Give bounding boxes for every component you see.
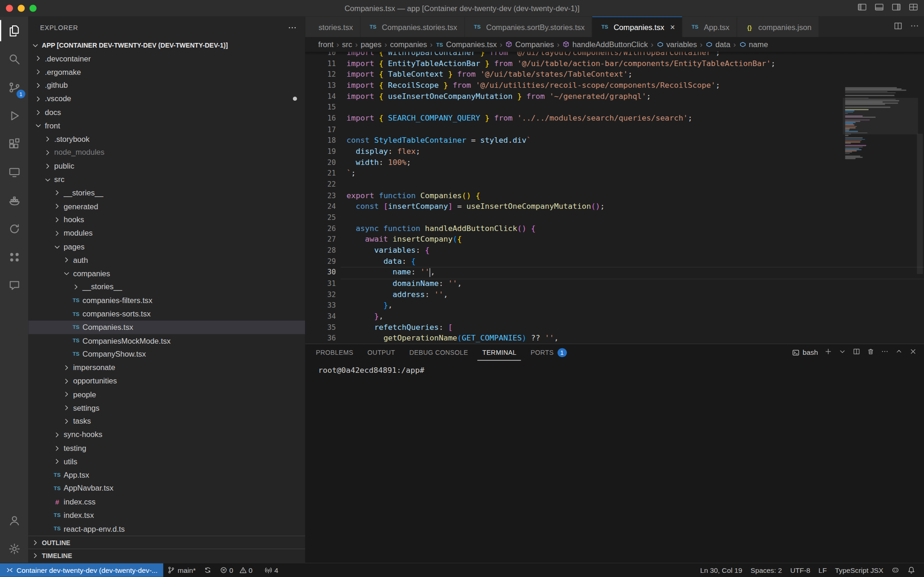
customize-layout-button[interactable] <box>909 2 918 14</box>
tree-folder-.storybook[interactable]: .storybook <box>28 133 305 146</box>
tree-file-CompanyShow.tsx[interactable]: TSCompanyShow.tsx <box>28 347 305 361</box>
tree-folder-docs[interactable]: docs <box>28 106 305 119</box>
toggle-primary-sidebar-button[interactable] <box>857 2 867 14</box>
terminal-shell-selector[interactable]: bash <box>792 348 818 357</box>
editor-scrollbar-thumb[interactable] <box>917 134 923 274</box>
outline-section-header[interactable]: OUTLINE <box>28 535 305 549</box>
more-actions-button[interactable] <box>910 21 919 33</box>
status-git-branch[interactable]: main* <box>164 563 200 577</box>
tree-file-App.tsx[interactable]: TSApp.tsx <box>28 468 305 482</box>
tree-file-index.tsx[interactable]: TSindex.tsx <box>28 509 305 522</box>
toggle-panel-button[interactable] <box>875 2 884 14</box>
split-terminal-button[interactable] <box>853 347 861 358</box>
breadcrumb-item-front[interactable]: front <box>318 40 334 49</box>
breadcrumb-item-src[interactable]: src <box>342 40 352 49</box>
status-notifications[interactable] <box>903 563 919 577</box>
tree-folder-companies[interactable]: companies <box>28 267 305 280</box>
remote-indicator[interactable]: Container dev-twenty-dev (dev-twenty-dev… <box>0 563 164 577</box>
activity-item-accounts[interactable] <box>0 506 28 534</box>
tree-folder-front[interactable]: front <box>28 119 305 133</box>
status-sync-changes[interactable] <box>200 563 216 577</box>
panel-tab-terminal[interactable]: TERMINAL <box>478 344 521 361</box>
breadcrumb-item-handleAddButtonClick[interactable]: handleAddButtonClick <box>562 40 648 49</box>
tree-folder-.ergomake[interactable]: .ergomake <box>28 65 305 79</box>
tree-folder-modules[interactable]: modules <box>28 226 305 240</box>
status-cursor-position[interactable]: Ln 30, Col 19 <box>696 563 747 577</box>
timeline-section-header[interactable]: TIMELINE <box>28 549 305 562</box>
panel-tab-problems[interactable]: PROBLEMS <box>311 344 358 361</box>
activity-item-comments[interactable] <box>0 271 28 299</box>
activity-item-grid-view[interactable] <box>0 243 28 271</box>
activity-item-remote-explorer[interactable] <box>0 158 28 186</box>
status-encoding[interactable]: UTF-8 <box>786 563 814 577</box>
code-editor[interactable]: 10import { WithTopBarContainer } from '@… <box>305 52 924 343</box>
activity-item-source-control[interactable]: 1 <box>0 73 28 101</box>
minimize-window-button[interactable] <box>18 5 24 12</box>
tree-folder-node_modules[interactable]: node_modules <box>28 146 305 159</box>
breadcrumb-item-Companies[interactable]: Companies <box>505 40 554 49</box>
tree-file-AppNavbar.tsx[interactable]: TSAppNavbar.tsx <box>28 482 305 495</box>
breadcrumb-item-variables[interactable]: variables <box>657 40 697 49</box>
tree-file-companies-filters.tsx[interactable]: TScompanies-filters.tsx <box>28 294 305 307</box>
tree-folder-people[interactable]: people <box>28 388 305 401</box>
panel-tab-ports[interactable]: PORTS1 <box>526 344 571 361</box>
close-window-button[interactable] <box>6 5 13 12</box>
breadcrumb-item-name[interactable]: name <box>739 40 768 49</box>
tab-stories.tsx[interactable]: stories.tsx <box>305 17 361 37</box>
tree-folder-__stories__[interactable]: __stories__ <box>28 186 305 200</box>
tree-file-CompaniesMockMode.tsx[interactable]: TSCompaniesMockMode.tsx <box>28 334 305 347</box>
breadcrumb-item-Companies.tsx[interactable]: TSCompanies.tsx <box>436 40 497 49</box>
tree-folder-testing[interactable]: testing <box>28 441 305 455</box>
activity-item-settings[interactable] <box>0 534 28 563</box>
breadcrumb-item-companies[interactable]: companies <box>390 40 427 49</box>
tree-folder-src[interactable]: src <box>28 173 305 186</box>
tree-folder-hooks[interactable]: hooks <box>28 213 305 226</box>
activity-item-run-debug[interactable] <box>0 101 28 129</box>
toggle-secondary-sidebar-button[interactable] <box>892 2 901 14</box>
tab-Companies.stories.tsx[interactable]: TSCompanies.stories.tsx <box>361 17 465 37</box>
tab-Companies.sortBy.stories.tsx[interactable]: TSCompanies.sortBy.stories.tsx <box>465 17 592 37</box>
panel-tab-debug-console[interactable]: DEBUG CONSOLE <box>405 344 473 361</box>
tree-folder-public[interactable]: public <box>28 159 305 173</box>
tree-folder-pages[interactable]: pages <box>28 240 305 253</box>
breadcrumb-item-data[interactable]: data <box>705 40 730 49</box>
maximize-panel-button[interactable] <box>895 347 903 358</box>
status-language-mode[interactable]: TypeScript JSX <box>831 563 887 577</box>
breadcrumb-item-pages[interactable]: pages <box>361 40 382 49</box>
zoom-window-button[interactable] <box>30 5 36 12</box>
close-panel-button[interactable] <box>909 347 917 358</box>
tree-file-Companies.tsx[interactable]: TSCompanies.tsx <box>28 321 305 334</box>
activity-item-search[interactable] <box>0 45 28 73</box>
activity-item-extensions[interactable] <box>0 130 28 158</box>
panel-tab-output[interactable]: OUTPUT <box>363 344 400 361</box>
tree-folder-impersonate[interactable]: impersonate <box>28 361 305 374</box>
tab-companies.json[interactable]: {}companies.json <box>737 17 819 37</box>
kill-terminal-button[interactable] <box>867 347 875 358</box>
status-indentation[interactable]: Spaces: 2 <box>747 563 786 577</box>
tree-folder-sync-hooks[interactable]: sync-hooks <box>28 428 305 441</box>
activity-item-explorer[interactable] <box>0 17 28 45</box>
editor-scrollbar[interactable] <box>916 87 924 344</box>
terminal[interactable]: root@0a42ecd84891:/app# <box>305 361 924 375</box>
tree-file-index.css[interactable]: #index.css <box>28 495 305 509</box>
explorer-more-actions-icon[interactable] <box>287 23 297 32</box>
activity-item-docker[interactable] <box>0 186 28 214</box>
tree-folder-generated[interactable]: generated <box>28 200 305 213</box>
tree-file-react-app-env.d.ts[interactable]: TSreact-app-env.d.ts <box>28 522 305 535</box>
close-tab-icon[interactable]: × <box>670 22 675 31</box>
tree-folder-__stories__[interactable]: __stories__ <box>28 280 305 294</box>
new-terminal-button[interactable] <box>824 347 832 358</box>
workspace-section-header[interactable]: APP [CONTAINER DEV-TWENTY-DEV (DEV-TWENT… <box>28 39 305 52</box>
tree-folder-settings[interactable]: settings <box>28 401 305 414</box>
status-problems[interactable]: 00 <box>216 563 260 577</box>
tree-folder-utils[interactable]: utils <box>28 455 305 468</box>
minimap[interactable] <box>845 87 916 344</box>
tab-Companies.tsx[interactable]: TSCompanies.tsx× <box>592 17 682 37</box>
tree-folder-.vscode[interactable]: .vscode <box>28 92 305 105</box>
more-actions-button[interactable] <box>881 347 889 358</box>
tree-file-companies-sorts.tsx[interactable]: TScompanies-sorts.tsx <box>28 307 305 321</box>
tree-folder-opportunities[interactable]: opportunities <box>28 374 305 388</box>
tree-folder-.devcontainer[interactable]: .devcontainer <box>28 52 305 65</box>
status-copilot[interactable] <box>888 563 903 577</box>
status-forwarded-ports[interactable]: 4 <box>260 563 282 577</box>
